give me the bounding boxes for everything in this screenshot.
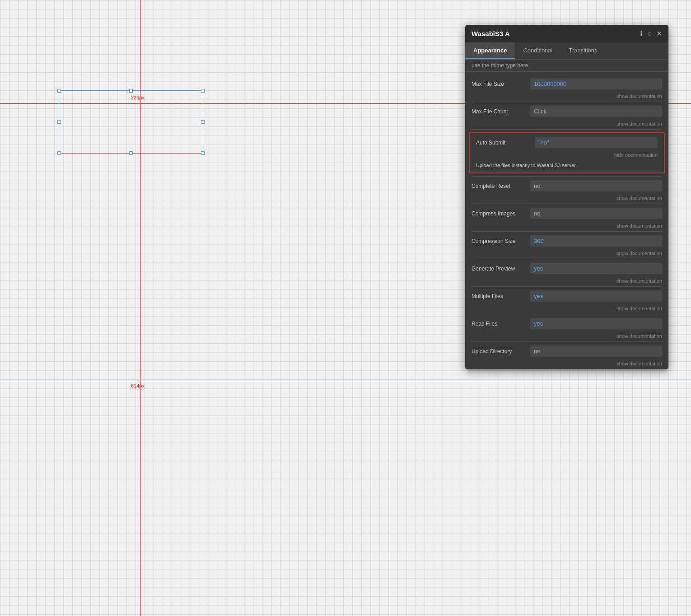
- value-auto-submit[interactable]: "no": [535, 137, 658, 148]
- handle-bc[interactable]: [129, 151, 133, 155]
- label-generate-preview: Generate Preview: [472, 263, 526, 272]
- handle-tc[interactable]: [129, 89, 133, 93]
- tab-appearance[interactable]: Appearance: [465, 42, 515, 59]
- panel-header-icons: ℹ ○ ✕: [640, 29, 662, 38]
- panel-tabs: Appearance Conditional Transitions: [465, 42, 668, 60]
- selection-box[interactable]: [59, 90, 203, 154]
- handle-br[interactable]: [201, 151, 205, 155]
- doc-link-read-files[interactable]: show documentation: [472, 332, 662, 341]
- label-compression-size: Compression Size: [472, 235, 526, 244]
- doc-link-compression-size[interactable]: show documentation: [472, 250, 662, 259]
- panel-header: WasabiS3 A ℹ ○ ✕: [465, 25, 668, 42]
- value-upload-directory[interactable]: no: [530, 345, 662, 357]
- comment-icon[interactable]: ○: [647, 30, 652, 38]
- handle-tr[interactable]: [201, 89, 205, 93]
- info-icon[interactable]: ℹ: [640, 29, 643, 38]
- label-max-file-count: Max File Count: [472, 106, 526, 115]
- value-multiple-files[interactable]: yes: [530, 290, 662, 302]
- value-generate-preview[interactable]: yes: [530, 263, 662, 274]
- label-auto-submit: Auto Submit: [476, 137, 530, 146]
- close-icon[interactable]: ✕: [656, 29, 662, 38]
- prop-row-complete-reset: Complete Reset no show documentation: [465, 177, 668, 204]
- doc-link-max-file-size[interactable]: show documentation: [472, 93, 662, 102]
- doc-link-multiple-files[interactable]: show documentation: [472, 305, 662, 314]
- properties-panel: WasabiS3 A ℹ ○ ✕ Appearance Conditional …: [465, 25, 668, 369]
- doc-link-max-file-count[interactable]: show documentation: [472, 120, 662, 129]
- prop-row-max-file-count: Max File Count Click show documentation: [465, 102, 668, 129]
- panel-title: WasabiS3 A: [472, 30, 510, 37]
- label-read-files: Read Files: [472, 318, 526, 327]
- value-compress-images[interactable]: no: [530, 208, 662, 219]
- value-read-files[interactable]: yes: [530, 318, 662, 329]
- doc-link-compress-images[interactable]: show documentation: [472, 222, 662, 231]
- tab-conditional[interactable]: Conditional: [515, 42, 560, 59]
- prop-row-max-file-size: Max File Size 1000000000 show documentat…: [465, 75, 668, 102]
- handle-bl[interactable]: [57, 151, 61, 155]
- label-compress-images: Compress Images: [472, 208, 526, 217]
- handle-ml[interactable]: [57, 120, 61, 124]
- guide-horizontal-bottom: [0, 381, 691, 381]
- prop-row-read-files: Read Files yes show documentation: [465, 314, 668, 341]
- prop-row-generate-preview: Generate Preview yes show documentation: [465, 259, 668, 286]
- prop-row-compression-size: Compression Size 300 show documentation: [465, 232, 668, 259]
- guide-label-bottom: 614px: [131, 383, 145, 388]
- label-max-file-size: Max File Size: [472, 78, 526, 87]
- label-multiple-files: Multiple Files: [472, 290, 526, 299]
- label-upload-directory: Upload Directory: [472, 345, 526, 355]
- prop-row-upload-directory: Upload Directory no show documentation: [465, 342, 668, 369]
- prop-row-multiple-files: Multiple Files yes show documentation: [465, 287, 668, 314]
- doc-text-auto-submit: Upload the files instantly to Wasabi S3 …: [476, 160, 658, 173]
- handle-mr[interactable]: [201, 120, 205, 124]
- value-max-file-count[interactable]: Click: [530, 106, 662, 117]
- doc-link-generate-preview[interactable]: show documentation: [472, 277, 662, 286]
- doc-link-upload-directory[interactable]: show documentation: [472, 360, 662, 369]
- panel-content: use the mime type here. Max File Size 10…: [465, 60, 668, 369]
- prop-row-compress-images: Compress Images no show documentation: [465, 204, 668, 231]
- prop-row-auto-submit-highlighted: Auto Submit "no" hide documentation Uplo…: [469, 132, 665, 173]
- doc-link-complete-reset[interactable]: show documentation: [472, 195, 662, 204]
- value-compression-size[interactable]: 300: [530, 235, 662, 247]
- value-complete-reset[interactable]: no: [530, 180, 662, 191]
- label-complete-reset: Complete Reset: [472, 180, 526, 189]
- scroll-hint: use the mime type here.: [465, 60, 668, 72]
- value-max-file-size[interactable]: 1000000000: [530, 78, 662, 89]
- tab-transitions[interactable]: Transitions: [560, 42, 605, 59]
- doc-link-auto-submit[interactable]: hide documentation: [476, 151, 658, 160]
- handle-tl[interactable]: [57, 89, 61, 93]
